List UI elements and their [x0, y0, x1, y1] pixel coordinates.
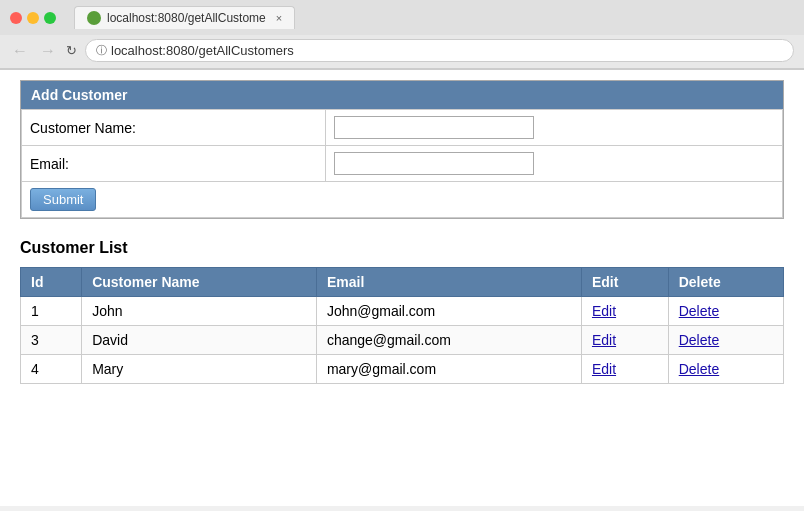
- url-bar[interactable]: ⓘ localhost:8080/getAllCustomers: [85, 39, 794, 62]
- forward-button[interactable]: →: [38, 42, 58, 60]
- table-header-row: Id Customer Name Email Edit Delete: [21, 268, 784, 297]
- table-row: 3 David change@gmail.com Edit Delete: [21, 326, 784, 355]
- submit-row: Submit: [22, 182, 783, 218]
- email-label: Email:: [22, 146, 326, 182]
- name-label: Customer Name:: [22, 110, 326, 146]
- customer-name-input[interactable]: [334, 116, 534, 139]
- customer-table-head: Id Customer Name Email Edit Delete: [21, 268, 784, 297]
- cell-delete: Delete: [668, 297, 783, 326]
- email-row: Email:: [22, 146, 783, 182]
- edit-link[interactable]: Edit: [592, 303, 616, 319]
- col-header-delete: Delete: [668, 268, 783, 297]
- url-text: localhost:8080/getAllCustomers: [111, 43, 294, 58]
- customer-email-input[interactable]: [334, 152, 534, 175]
- customer-table-body: 1 John John@gmail.com Edit Delete 3 Davi…: [21, 297, 784, 384]
- back-button[interactable]: ←: [10, 42, 30, 60]
- edit-link[interactable]: Edit: [592, 332, 616, 348]
- tab-bar: localhost:8080/getAllCustome ×: [64, 6, 305, 29]
- submit-button[interactable]: Submit: [30, 188, 96, 211]
- cell-email: mary@gmail.com: [316, 355, 581, 384]
- table-row: 4 Mary mary@gmail.com Edit Delete: [21, 355, 784, 384]
- col-header-email: Email: [316, 268, 581, 297]
- cell-delete: Delete: [668, 355, 783, 384]
- cell-name: Mary: [82, 355, 317, 384]
- cell-edit: Edit: [581, 326, 668, 355]
- delete-link[interactable]: Delete: [679, 332, 719, 348]
- cell-email: change@gmail.com: [316, 326, 581, 355]
- address-bar: ← → ↻ ⓘ localhost:8080/getAllCustomers: [0, 35, 804, 69]
- tab-close-icon[interactable]: ×: [276, 12, 282, 24]
- customer-table: Id Customer Name Email Edit Delete 1 Joh…: [20, 267, 784, 384]
- add-customer-header: Add Customer: [21, 81, 783, 109]
- name-row: Customer Name:: [22, 110, 783, 146]
- col-header-id: Id: [21, 268, 82, 297]
- cell-id: 1: [21, 297, 82, 326]
- cell-name: David: [82, 326, 317, 355]
- customer-list-title: Customer List: [20, 239, 784, 257]
- secure-icon: ⓘ: [96, 43, 107, 58]
- cell-name: John: [82, 297, 317, 326]
- browser-tab[interactable]: localhost:8080/getAllCustome ×: [74, 6, 295, 29]
- edit-link[interactable]: Edit: [592, 361, 616, 377]
- browser-chrome: localhost:8080/getAllCustome × ← → ↻ ⓘ l…: [0, 0, 804, 70]
- table-row: 1 John John@gmail.com Edit Delete: [21, 297, 784, 326]
- close-window-button[interactable]: [10, 12, 22, 24]
- add-customer-section: Add Customer Customer Name: Email: Submi…: [20, 80, 784, 219]
- cell-edit: Edit: [581, 297, 668, 326]
- reload-button[interactable]: ↻: [66, 43, 77, 58]
- page-content: Add Customer Customer Name: Email: Submi…: [0, 70, 804, 506]
- cell-email: John@gmail.com: [316, 297, 581, 326]
- cell-delete: Delete: [668, 326, 783, 355]
- customer-list-section: Customer List Id Customer Name Email Edi…: [20, 239, 784, 384]
- tab-favicon-icon: [87, 11, 101, 25]
- maximize-window-button[interactable]: [44, 12, 56, 24]
- title-bar: localhost:8080/getAllCustome ×: [0, 0, 804, 35]
- delete-link[interactable]: Delete: [679, 303, 719, 319]
- minimize-window-button[interactable]: [27, 12, 39, 24]
- cell-edit: Edit: [581, 355, 668, 384]
- add-customer-form: Customer Name: Email: Submit: [21, 109, 783, 218]
- cell-id: 4: [21, 355, 82, 384]
- window-buttons: [10, 12, 56, 24]
- col-header-edit: Edit: [581, 268, 668, 297]
- cell-id: 3: [21, 326, 82, 355]
- col-header-name: Customer Name: [82, 268, 317, 297]
- delete-link[interactable]: Delete: [679, 361, 719, 377]
- tab-title: localhost:8080/getAllCustome: [107, 11, 266, 25]
